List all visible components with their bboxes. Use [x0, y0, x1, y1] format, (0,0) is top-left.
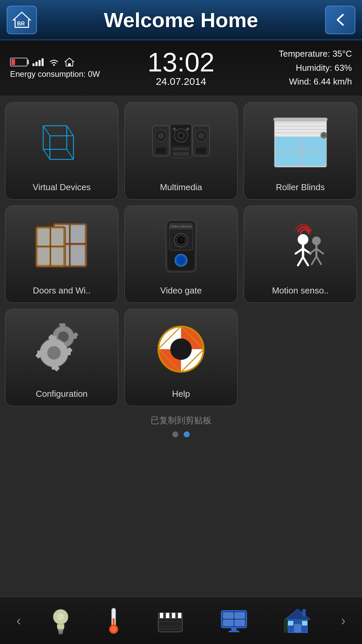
- svg-point-114: [111, 627, 116, 632]
- tile-virtual-devices[interactable]: Virtual Devices: [5, 102, 118, 200]
- br-logo-icon: BR: [12, 10, 32, 30]
- svg-rect-36: [274, 118, 327, 121]
- config-icon: [33, 323, 90, 375]
- svg-point-41: [322, 133, 325, 137]
- svg-line-8: [67, 126, 73, 136]
- bottom-item-monitor[interactable]: [214, 605, 254, 636]
- svg-rect-134: [294, 624, 301, 633]
- svg-rect-131: [229, 631, 239, 632]
- svg-point-19: [198, 132, 204, 139]
- header: BR Welcome Home: [0, 0, 362, 40]
- tile-roller-blinds[interactable]: Roller Blinds: [244, 102, 357, 200]
- tile-label-multimedia: Multimedia: [160, 182, 202, 193]
- svg-rect-44: [71, 225, 85, 244]
- svg-rect-136: [302, 621, 307, 626]
- svg-rect-130: [231, 628, 237, 631]
- status-center: 13:02 24.07.2014: [147, 49, 215, 87]
- bottom-item-bulb[interactable]: [44, 604, 77, 638]
- motion-sensor-icon: [269, 220, 331, 272]
- svg-rect-51: [51, 228, 63, 246]
- tile-label-virtual-devices: Virtual Devices: [33, 182, 91, 193]
- signal-bars-icon: [33, 58, 44, 66]
- weather-info: Temperature: 35°C Humidity: 63% Wind: 6.…: [279, 47, 352, 89]
- logo: BR: [7, 6, 37, 34]
- prev-arrow[interactable]: ‹: [16, 613, 21, 628]
- tile-help[interactable]: Help: [124, 309, 238, 406]
- svg-rect-118: [166, 613, 169, 618]
- svg-rect-107: [58, 631, 63, 633]
- tile-label-help: Help: [172, 389, 190, 399]
- clipboard-toast: 已复制到剪贴板: [0, 413, 362, 428]
- svg-line-10: [43, 149, 50, 159]
- svg-rect-11: [50, 136, 74, 160]
- back-icon: [334, 13, 347, 26]
- svg-text:BR: BR: [17, 21, 25, 26]
- humidity-display: Humidity: 63%: [279, 61, 352, 75]
- svg-point-104: [170, 338, 192, 360]
- page-dot-1[interactable]: [172, 431, 178, 437]
- svg-rect-137: [302, 609, 306, 616]
- video-gate-icon: Fibaro Intercom: [159, 218, 203, 274]
- svg-rect-106: [58, 629, 63, 631]
- bottom-bar: ‹: [0, 597, 362, 644]
- svg-rect-27: [173, 152, 189, 156]
- bottom-item-house[interactable]: [277, 604, 318, 638]
- tile-icon-roller-blinds: [244, 103, 357, 182]
- battery-icon: [10, 58, 27, 66]
- door-window-icon: [33, 220, 90, 272]
- tile-icon-configuration: [5, 309, 118, 389]
- svg-point-75: [312, 236, 321, 245]
- bottom-item-movie[interactable]: [150, 605, 191, 636]
- energy-consumption: Energy consumption: 0W: [10, 69, 100, 79]
- svg-rect-115: [158, 617, 182, 632]
- tile-label-doors-windows: Doors and Wi..: [33, 285, 90, 296]
- svg-point-92: [47, 346, 61, 360]
- page-dot-2[interactable]: [184, 431, 190, 437]
- page-title: Welcome Home: [37, 8, 325, 32]
- svg-point-25: [179, 134, 183, 137]
- svg-rect-127: [235, 612, 245, 619]
- svg-line-80: [316, 256, 321, 264]
- svg-point-28: [173, 127, 176, 131]
- tile-configuration[interactable]: Configuration: [5, 309, 118, 406]
- tile-icon-motion-sensor: [244, 206, 357, 286]
- svg-point-2: [53, 64, 55, 66]
- svg-rect-5: [50, 136, 73, 159]
- house-icon: [284, 607, 311, 634]
- bulb-icon: [51, 607, 71, 634]
- status-left: Energy consumption: 0W: [10, 57, 100, 79]
- svg-rect-129: [235, 620, 245, 626]
- cube-icon: [35, 119, 88, 166]
- wifi-icon: [49, 58, 59, 66]
- svg-rect-52: [38, 248, 50, 265]
- bottom-item-thermometer[interactable]: [100, 603, 127, 638]
- svg-point-67: [168, 227, 170, 229]
- svg-rect-139: [284, 630, 286, 634]
- svg-line-7: [43, 126, 50, 136]
- svg-marker-133: [286, 609, 310, 619]
- svg-rect-126: [223, 612, 233, 619]
- tile-video-gate[interactable]: Fibaro Intercom Video gate: [124, 206, 238, 303]
- tile-motion-sensor[interactable]: Motion senso..: [244, 206, 357, 303]
- svg-point-63: [179, 238, 183, 243]
- svg-rect-117: [160, 613, 163, 618]
- tile-doors-windows[interactable]: Doors and Wi..: [5, 206, 118, 303]
- back-button[interactable]: [325, 6, 355, 34]
- svg-point-66: [177, 256, 185, 264]
- temperature-display: Temperature: 35°C: [279, 47, 352, 61]
- svg-rect-26: [173, 148, 189, 150]
- svg-line-9: [67, 149, 73, 159]
- tile-multimedia[interactable]: Multimedia: [124, 102, 238, 200]
- next-arrow[interactable]: ›: [341, 613, 346, 628]
- svg-rect-128: [223, 620, 233, 626]
- tile-icon-multimedia: [125, 103, 237, 182]
- tile-icon-virtual-devices: [5, 103, 118, 182]
- svg-rect-120: [178, 613, 181, 618]
- svg-text:Fibaro Intercom: Fibaro Intercom: [170, 225, 191, 228]
- battery-fill: [11, 59, 15, 65]
- svg-rect-16: [156, 148, 166, 154]
- status-bar: Energy consumption: 0W 13:02 24.07.2014 …: [0, 40, 362, 96]
- svg-point-64: [181, 238, 183, 240]
- home-small-icon: [64, 57, 74, 67]
- date-display: 24.07.2014: [147, 76, 215, 87]
